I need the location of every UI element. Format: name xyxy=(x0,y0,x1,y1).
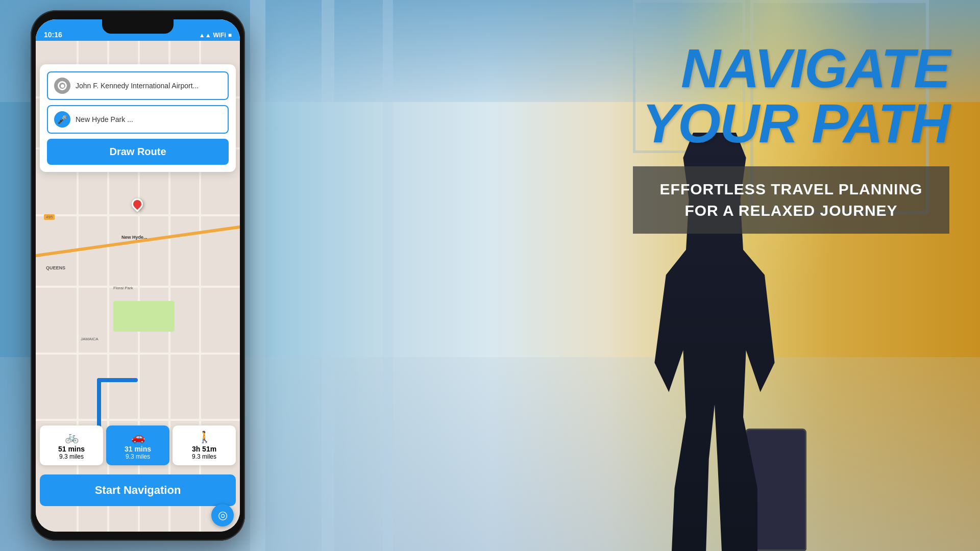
origin-field[interactable]: John F. Kennedy International Airport... xyxy=(47,71,229,100)
subtitle-line1: EFFORTLESS TRAVEL PLANNING xyxy=(660,181,923,197)
signal-icon: ▲▲ xyxy=(199,32,211,39)
map-label-jamaica: JAMAICA xyxy=(81,337,99,341)
mic-icon: 🎤 xyxy=(54,111,70,128)
bike-icon: 🚲 xyxy=(44,431,99,444)
origin-value: John F. Kennedy International Airport... xyxy=(76,82,222,90)
wifi-icon: WiFi xyxy=(213,32,226,39)
column-1 xyxy=(250,0,265,551)
walk-dist: 9.3 miles xyxy=(177,453,232,460)
phone-notch xyxy=(102,19,174,34)
phone: 10:16 ▲▲ WiFi ■ ← Route Finder xyxy=(31,10,245,541)
subtitle-line2: FOR A RELAXED JOURNEY xyxy=(684,202,897,219)
destination-field[interactable]: 🎤 New Hyde Park ... xyxy=(47,105,229,134)
battery-icon: ■ xyxy=(228,32,232,39)
phone-body: 10:16 ▲▲ WiFi ■ ← Route Finder xyxy=(31,10,245,541)
transport-bike[interactable]: 🚲 51 mins 9.3 miles xyxy=(40,425,103,465)
map-label-floral: Floral Park xyxy=(113,286,133,290)
right-panel: NAVIGATE YOUR PATH EFFORTLESS TRAVEL PLA… xyxy=(633,0,980,551)
car-icon: 🚗 xyxy=(110,431,165,444)
map-label-newhyde: New Hyde... xyxy=(121,235,148,240)
transport-car[interactable]: 🚗 31 mins 9.3 miles xyxy=(106,425,169,465)
map-highway-label: 495 xyxy=(44,214,55,220)
start-navigation-button[interactable]: Start Navigation xyxy=(40,474,236,506)
walk-icon: 🚶 xyxy=(177,431,232,444)
bike-time: 51 mins xyxy=(44,445,99,453)
status-time: 10:16 xyxy=(44,31,62,39)
draw-route-button[interactable]: Draw Route xyxy=(47,139,229,165)
location-pin xyxy=(132,198,143,210)
search-overlay: John F. Kennedy International Airport...… xyxy=(40,64,236,172)
map-route-h xyxy=(97,378,138,382)
headline-line1: NAVIGATE xyxy=(633,41,949,96)
bike-dist: 9.3 miles xyxy=(44,453,99,460)
headline: NAVIGATE YOUR PATH xyxy=(633,41,949,151)
subtitle-text: EFFORTLESS TRAVEL PLANNING FOR A RELAXED… xyxy=(648,179,934,221)
phone-screen: 10:16 ▲▲ WiFi ■ ← Route Finder xyxy=(36,19,240,532)
walk-time: 3h 51m xyxy=(177,445,232,453)
compass-button[interactable]: ◎ xyxy=(211,504,234,527)
car-time: 31 mins xyxy=(110,445,165,453)
column-3 xyxy=(383,0,393,551)
status-icons: ▲▲ WiFi ■ xyxy=(199,32,232,39)
transport-walk[interactable]: 🚶 3h 51m 9.3 miles xyxy=(173,425,236,465)
map-label-queens: QUEENS xyxy=(46,265,65,270)
origin-icon xyxy=(54,78,70,94)
transport-bar: 🚲 51 mins 9.3 miles 🚗 31 mins 9.3 miles … xyxy=(40,425,236,465)
destination-value: New Hyde Park ... xyxy=(76,115,222,123)
headline-line2: YOUR PATH xyxy=(633,96,949,151)
map-park xyxy=(113,301,175,332)
car-dist: 9.3 miles xyxy=(110,453,165,460)
compass-icon: ◎ xyxy=(218,509,228,522)
subtitle-banner: EFFORTLESS TRAVEL PLANNING FOR A RELAXED… xyxy=(633,166,949,234)
column-2 xyxy=(322,0,334,551)
